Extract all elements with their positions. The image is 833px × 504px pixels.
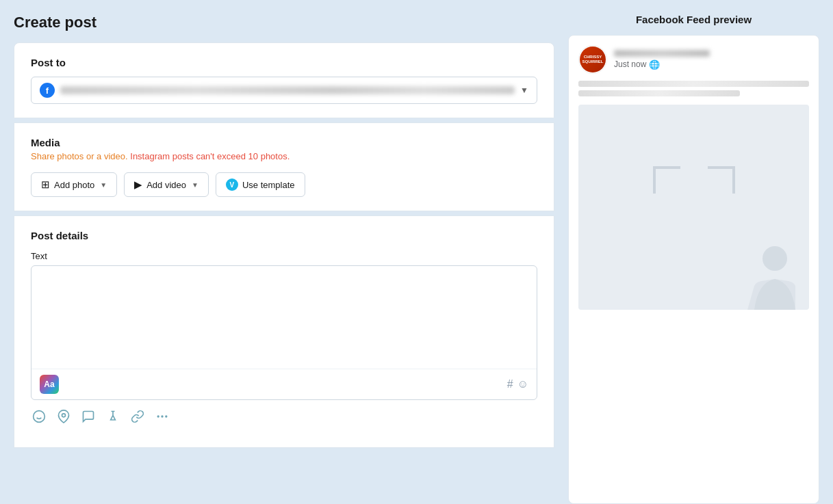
add-video-label: Add video (146, 180, 186, 190)
bottom-toolbar (31, 400, 537, 434)
text-area-wrapper: Aa # ☺ (31, 265, 537, 400)
flask-toolbar-icon[interactable] (106, 410, 120, 427)
use-template-button[interactable]: V Use template (216, 172, 305, 197)
page-title: Create post (14, 14, 554, 31)
text-format-icon[interactable]: Aa (40, 375, 59, 394)
svg-point-3 (62, 414, 66, 417)
facebook-icon: f (40, 83, 55, 98)
vimeo-icon: V (226, 178, 238, 191)
left-panel: Create post Post to f ▼ Media Share phot… (14, 14, 554, 504)
post-to-select[interactable]: f ▼ (31, 77, 537, 104)
add-photo-label: Add photo (54, 180, 94, 190)
preview-header: CHRISSYSQUIRREL Just now 🌐 (578, 45, 809, 74)
frame-corner-tl (653, 166, 680, 194)
media-section: Media Share photos or a video. Instagram… (14, 122, 554, 211)
add-video-chevron: ▼ (192, 181, 198, 189)
preview-name-blurred (614, 50, 710, 57)
media-subtitle: Share photos or a video. Instagram posts… (31, 151, 537, 161)
preview-avatar-inner: CHRISSYSQUIRREL (580, 47, 606, 72)
text-area-footer: Aa # ☺ (31, 369, 537, 399)
frame-corner-tr (708, 166, 735, 194)
location-toolbar-icon[interactable] (57, 410, 71, 427)
video-icon: ▶ (134, 178, 142, 191)
photo-icon: ⊞ (41, 178, 50, 191)
scroll-wrapper[interactable]: Post to f ▼ Media Share photos or a vide… (14, 42, 554, 504)
hashtag-icon[interactable]: # (507, 378, 513, 390)
svg-point-6 (157, 416, 159, 417)
text-area-icons: # ☺ (507, 378, 528, 390)
globe-icon: 🌐 (649, 59, 660, 70)
more-toolbar-icon[interactable] (155, 410, 169, 427)
preview-time: Just now 🌐 (614, 59, 809, 70)
media-buttons: ⊞ Add photo ▼ ▶ Add video ▼ V Use templa… (31, 172, 537, 197)
right-panel: Facebook Feed preview CHRISSYSQUIRREL Ju… (568, 14, 819, 504)
post-details-label: Post details (31, 230, 537, 241)
preview-avatar: CHRISSYSQUIRREL (578, 45, 607, 74)
page-container: Create post Post to f ▼ Media Share phot… (0, 0, 833, 504)
preview-image-placeholder (578, 105, 809, 310)
svg-point-0 (34, 411, 45, 423)
selected-account-text (60, 86, 515, 94)
media-label: Media (31, 137, 537, 148)
post-details-section: Post details Text Aa # ☺ (14, 215, 554, 448)
emoji-picker-icon[interactable]: ☺ (517, 378, 528, 390)
messenger-toolbar-icon[interactable] (81, 410, 95, 427)
text-input[interactable] (31, 266, 537, 369)
preview-text-line-1 (578, 81, 809, 87)
text-label: Text (31, 251, 537, 261)
preview-text-lines (578, 81, 809, 96)
preview-title: Facebook Feed preview (568, 14, 819, 25)
post-to-label: Post to (31, 57, 537, 68)
preview-person-silhouette (741, 241, 795, 310)
emoji-toolbar-icon[interactable] (32, 410, 46, 427)
media-subtitle-part2: Instagram posts can't exceed 10 photos. (130, 151, 290, 161)
preview-text-line-2 (578, 90, 740, 96)
svg-point-4 (162, 416, 163, 417)
select-dropdown-arrow: ▼ (520, 85, 528, 95)
add-photo-chevron: ▼ (100, 181, 107, 189)
preview-user-info: Just now 🌐 (614, 50, 809, 70)
preview-image-frame (653, 166, 735, 248)
media-subtitle-part1: Share photos or a video. (31, 151, 128, 161)
preview-card: CHRISSYSQUIRREL Just now 🌐 (568, 35, 819, 504)
add-video-button[interactable]: ▶ Add video ▼ (124, 172, 209, 197)
use-template-label: Use template (242, 180, 295, 190)
post-to-section: Post to f ▼ (14, 42, 554, 118)
link-toolbar-icon[interactable] (131, 410, 144, 427)
svg-point-7 (762, 246, 787, 271)
svg-point-5 (166, 416, 167, 417)
add-photo-button[interactable]: ⊞ Add photo ▼ (31, 172, 117, 197)
